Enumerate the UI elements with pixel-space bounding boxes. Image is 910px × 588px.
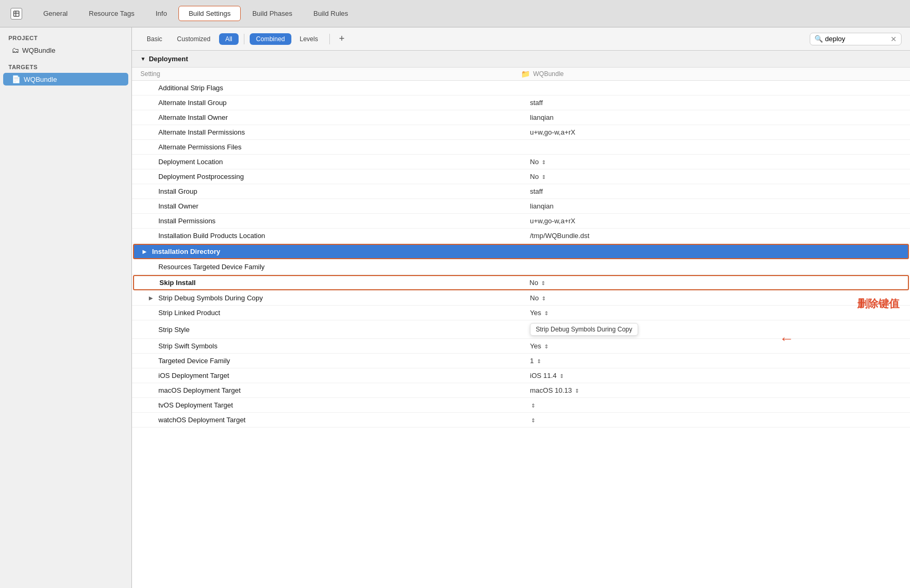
svg-rect-0 [14,11,19,16]
setting-value: No ⇕ [530,173,902,181]
stepper-icon: ⇕ [542,296,546,301]
setting-value: No ⇕ [529,279,899,287]
search-input[interactable] [825,35,888,43]
setting-name: Strip Swift Symbols [158,342,530,350]
sidebar-item-target[interactable]: 📄 WQBundle [3,73,128,86]
table-row[interactable]: Install Group staff [132,184,910,199]
setting-value: macOS 10.13 ⇕ [530,386,902,394]
setting-name: Strip Debug Symbols During Copy [158,294,530,302]
setting-name: Skip Install [159,279,529,287]
search-icon: 🔍 [814,35,823,43]
stepper-icon: ⇕ [537,358,541,364]
skip-install-row[interactable]: Skip Install No ⇕ [133,275,909,290]
col-setting-label: Setting [140,70,521,78]
deployment-section-header[interactable]: ▼ Deployment [132,51,910,68]
table-row[interactable]: Install Permissions u+w,go-w,a+rX [132,214,910,229]
setting-value: No ⇕ [530,158,902,166]
content-area: ▼ Deployment Setting 📁 WQBundle Addition… [132,51,910,588]
table-row[interactable]: Targeted Device Family 1 ⇕ [132,354,910,368]
stepper-icon: ⇕ [544,310,548,316]
setting-value: Yes ⇕ [530,342,902,350]
search-clear-button[interactable]: ✕ [890,35,897,43]
setting-name: Resources Targeted Device Family [158,263,530,271]
tab-build-phases[interactable]: Build Phases [243,6,302,21]
table-row[interactable]: tvOS Deployment Target ⇕ [132,398,910,413]
setting-value: No ⇕ [530,294,902,302]
main-layout: PROJECT 🗂 WQBundle TARGETS 📄 WQBundle Ba… [0,27,910,588]
setting-value: iOS 11.4 ⇕ [530,372,902,380]
toolbar-divider [244,34,244,44]
setting-value: /tmp/WQBundle.dst [530,232,902,240]
table-row[interactable]: Install Owner lianqian [132,199,910,214]
setting-name: Targeted Device Family [158,357,530,365]
setting-value: staff [530,187,902,195]
table-row[interactable]: Alternate Install Permissions u+w,go-w,a… [132,125,910,140]
expand-icon: ▶ [149,295,155,301]
table-row[interactable]: Additional Strip Flags [132,81,910,96]
table-row[interactable]: macOS Deployment Target macOS 10.13 ⇕ [132,383,910,398]
tab-general[interactable]: General [34,6,77,21]
toolbar-divider2 [329,34,330,44]
bundle-icon: 📁 [521,70,530,78]
table-row[interactable]: ▶ Strip Debug Symbols During Copy No ⇕ [132,291,910,306]
table-row[interactable]: Installation Build Products Location /tm… [132,229,910,243]
combined-button[interactable]: Combined [250,33,291,45]
table-row[interactable]: Resources Targeted Device Family [132,260,910,274]
setting-name: Install Owner [158,202,530,210]
project-section-label: PROJECT [0,33,131,43]
setting-name: tvOS Deployment Target [158,401,530,409]
setting-name: iOS Deployment Target [158,372,530,380]
setting-value: ⇕ [530,401,902,409]
project-icon: 🗂 [12,46,19,54]
right-panel: Basic Customized All Combined Levels + 🔍… [132,27,910,588]
top-tab-bar: General Resource Tags Info Build Setting… [0,0,910,27]
table-row[interactable]: iOS Deployment Target iOS 11.4 ⇕ [132,368,910,383]
table-row[interactable]: Deployment Location No ⇕ [132,155,910,169]
setting-name: Alternate Install Permissions [158,128,530,136]
setting-name: Alternate Install Owner [158,113,530,121]
setting-name: Install Group [158,187,530,195]
customized-button[interactable]: Customized [170,33,216,45]
window-button[interactable] [11,8,22,20]
column-headers: Setting 📁 WQBundle [132,68,910,81]
setting-name: Additional Strip Flags [158,84,530,92]
basic-button[interactable]: Basic [140,33,168,45]
setting-name: Deployment Location [158,158,530,166]
setting-name: Strip Style [158,326,530,334]
stepper-icon: ⇕ [542,174,546,180]
section-title: Deployment [149,55,188,63]
collapse-triangle-icon: ▼ [140,56,146,62]
setting-value: staff [530,99,902,107]
sidebar-item-project[interactable]: 🗂 WQBundle [3,44,128,56]
setting-name: Alternate Install Group [158,99,530,107]
sidebar: PROJECT 🗂 WQBundle TARGETS 📄 WQBundle [0,27,132,588]
tab-info[interactable]: Info [146,6,177,21]
setting-value: lianqian [530,202,902,210]
setting-name: Install Permissions [158,217,530,225]
setting-name: Deployment Postprocessing [158,173,530,181]
setting-name: Strip Linked Product [158,309,530,317]
stepper-icon: ⇕ [542,159,546,165]
stepper-icon: ⇕ [560,373,564,379]
setting-name: Installation Directory [152,248,526,255]
table-row[interactable]: Deployment Postprocessing No ⇕ [132,169,910,184]
expand-icon: ▶ [143,249,149,254]
table-row[interactable]: Strip Linked Product Yes ⇕ [132,306,910,320]
tab-build-settings[interactable]: Build Settings [178,6,241,21]
stepper-icon: ⇕ [531,403,535,409]
sub-toolbar: Basic Customized All Combined Levels + 🔍… [132,27,910,51]
setting-value: ⇕ [530,416,902,424]
installation-directory-row[interactable]: ▶ Installation Directory [133,244,909,259]
setting-name: Alternate Permissions Files [158,143,530,151]
tab-build-rules[interactable]: Build Rules [304,6,358,21]
table-row[interactable]: Alternate Permissions Files [132,140,910,155]
table-row[interactable]: watchOS Deployment Target ⇕ [132,413,910,428]
levels-button[interactable]: Levels [293,33,325,45]
tab-resource-tags[interactable]: Resource Tags [79,6,144,21]
table-row[interactable]: Alternate Install Group staff [132,96,910,110]
table-row[interactable]: Alternate Install Owner lianqian [132,110,910,125]
tooltip: Strip Debug Symbols During Copy [530,323,638,336]
add-button[interactable]: + [335,33,348,45]
all-button[interactable]: All [219,33,239,45]
col-value-label: 📁 WQBundle [521,70,902,78]
